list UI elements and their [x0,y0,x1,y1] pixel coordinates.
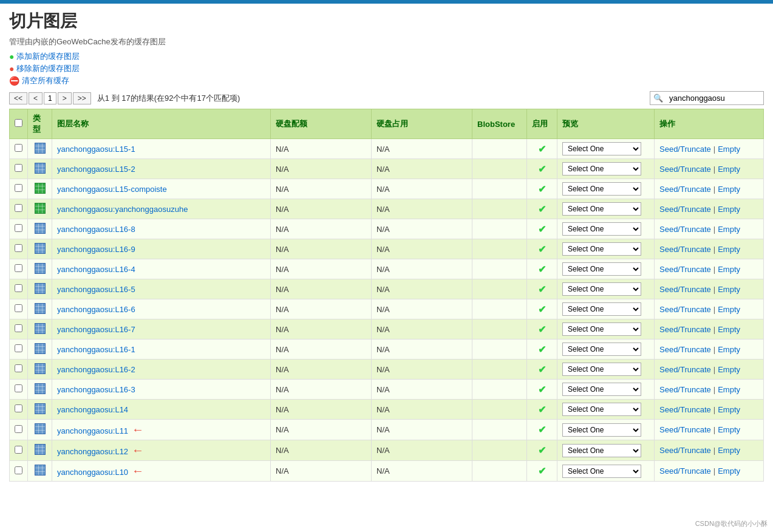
seed-truncate-link[interactable]: Seed/Truncate [659,245,711,254]
preview-select[interactable]: Select One [562,383,641,396]
first-page-button[interactable]: << [9,92,27,104]
empty-link[interactable]: Empty [718,385,740,394]
layer-name-link[interactable]: yanchonggaosu:L16-2 [57,365,135,374]
page-title: 切片图层 [9,10,764,33]
layer-name-link[interactable]: yanchonggaosu:L16-4 [57,265,135,274]
prev-page-button[interactable]: < [29,92,43,104]
preview-select[interactable]: Select One [562,262,641,276]
row-checkbox[interactable] [15,184,22,192]
empty-link[interactable]: Empty [718,245,740,254]
empty-link[interactable]: Empty [718,225,740,234]
layer-name-link[interactable]: yanchonggaosu:L15-1 [57,145,135,154]
layer-name-link[interactable]: yanchonggaosu:L16-9 [57,245,135,254]
seed-truncate-link[interactable]: Seed/Truncate [659,365,711,374]
seed-truncate-link[interactable]: Seed/Truncate [659,345,711,354]
empty-link[interactable]: Empty [718,185,740,194]
layer-name-link[interactable]: yanchonggaosu:L14 [57,405,128,414]
preview-select[interactable]: Select One [562,322,641,336]
row-checkbox[interactable] [15,446,22,454]
layer-name-link[interactable]: yanchonggaosu:L16-8 [57,225,135,234]
empty-link[interactable]: Empty [718,305,740,314]
row-checkbox[interactable] [15,244,22,252]
row-checkbox[interactable] [15,204,22,212]
seed-truncate-link[interactable]: Seed/Truncate [659,165,711,174]
seed-truncate-link[interactable]: Seed/Truncate [659,285,711,294]
row-checkbox[interactable] [15,284,22,292]
row-checkbox[interactable] [15,164,22,172]
seed-truncate-link[interactable]: Seed/Truncate [659,265,711,274]
seed-truncate-link[interactable]: Seed/Truncate [659,425,711,434]
layer-name-link[interactable]: yanchonggaosu:L16-7 [57,325,135,334]
layer-name-link[interactable]: yanchonggaosu:L16-1 [57,345,135,354]
empty-link[interactable]: Empty [718,165,740,174]
row-checkbox[interactable] [15,404,22,412]
layer-name-link[interactable]: yanchonggaosu:L16-6 [57,305,135,314]
seed-truncate-link[interactable]: Seed/Truncate [659,325,711,334]
layer-name-link[interactable]: yanchonggaosu:L11 [57,426,128,435]
empty-link[interactable]: Empty [718,405,740,414]
empty-link[interactable]: Empty [718,345,740,354]
seed-truncate-link[interactable]: Seed/Truncate [659,405,711,414]
add-cache-layer-link[interactable]: ● 添加新的缓存图层 [9,51,764,62]
preview-select[interactable]: Select One [562,343,641,356]
seed-truncate-link[interactable]: Seed/Truncate [659,185,711,194]
actions-cell: Seed/Truncate | Empty [655,461,764,482]
preview-select[interactable]: Select One [562,202,641,216]
row-checkbox[interactable] [15,224,22,232]
seed-truncate-link[interactable]: Seed/Truncate [659,466,711,476]
preview-select[interactable]: Select One [562,142,641,155]
layer-name-link[interactable]: yanchonggaosu:L15-2 [57,165,135,174]
layers-table: 类型 图层名称 硬盘配额 硬盘占用 BlobStore 启用 预览 操作 yan… [9,109,764,482]
layer-name-link[interactable]: yanchonggaosu:yanchonggaosuzuhe [57,205,188,214]
layer-name-link[interactable]: yanchonggaosu:L15-compoiste [57,185,167,194]
empty-link[interactable]: Empty [718,425,740,434]
layer-name-link[interactable]: yanchonggaosu:L16-5 [57,285,135,294]
row-checkbox[interactable] [15,144,22,152]
empty-link[interactable]: Empty [718,365,740,374]
seed-truncate-link[interactable]: Seed/Truncate [659,225,711,234]
empty-link[interactable]: Empty [718,265,740,274]
empty-link[interactable]: Empty [718,145,740,154]
grid-layer-icon [35,303,46,314]
layer-name-link[interactable]: yanchonggaosu:L12 [57,447,128,456]
row-checkbox[interactable] [15,425,22,433]
preview-select[interactable]: Select One [562,363,641,376]
preview-select[interactable]: Select One [562,302,641,316]
seed-truncate-link[interactable]: Seed/Truncate [659,385,711,394]
seed-truncate-link[interactable]: Seed/Truncate [659,205,711,214]
search-input[interactable] [666,92,763,104]
preview-select[interactable]: Select One [562,182,641,196]
last-page-button[interactable]: >> [73,92,91,104]
clear-cache-link[interactable]: ⛔ 清空所有缓存 [9,75,764,86]
empty-link[interactable]: Empty [718,325,740,334]
preview-select[interactable]: Select One [562,222,641,236]
remove-cache-layer-link[interactable]: ● 移除新的缓存图层 [9,63,764,74]
empty-link[interactable]: Empty [718,466,740,476]
layer-name-link[interactable]: yanchonggaosu:L10 [57,468,128,477]
row-checkbox[interactable] [15,344,22,352]
empty-link[interactable]: Empty [718,285,740,294]
preview-select[interactable]: Select One [562,242,641,256]
seed-truncate-link[interactable]: Seed/Truncate [659,305,711,314]
row-checkbox[interactable] [15,384,22,392]
disk-used-cell: N/A [372,159,472,179]
type-cell [28,279,52,299]
next-page-button[interactable]: > [58,92,72,104]
preview-select[interactable]: Select One [562,162,641,176]
preview-select[interactable]: Select One [562,465,641,478]
seed-truncate-link[interactable]: Seed/Truncate [659,446,711,455]
preview-select[interactable]: Select One [562,403,641,416]
layer-name-link[interactable]: yanchonggaosu:L16-3 [57,385,135,394]
row-checkbox[interactable] [15,466,22,474]
row-checkbox[interactable] [15,324,22,332]
empty-link[interactable]: Empty [718,205,740,214]
row-checkbox[interactable] [15,264,22,272]
preview-select[interactable]: Select One [562,444,641,457]
preview-select[interactable]: Select One [562,423,641,437]
row-checkbox[interactable] [15,364,22,372]
empty-link[interactable]: Empty [718,446,740,455]
preview-select[interactable]: Select One [562,282,641,296]
row-checkbox[interactable] [15,304,22,312]
select-all-checkbox[interactable] [15,119,22,127]
seed-truncate-link[interactable]: Seed/Truncate [659,145,711,154]
